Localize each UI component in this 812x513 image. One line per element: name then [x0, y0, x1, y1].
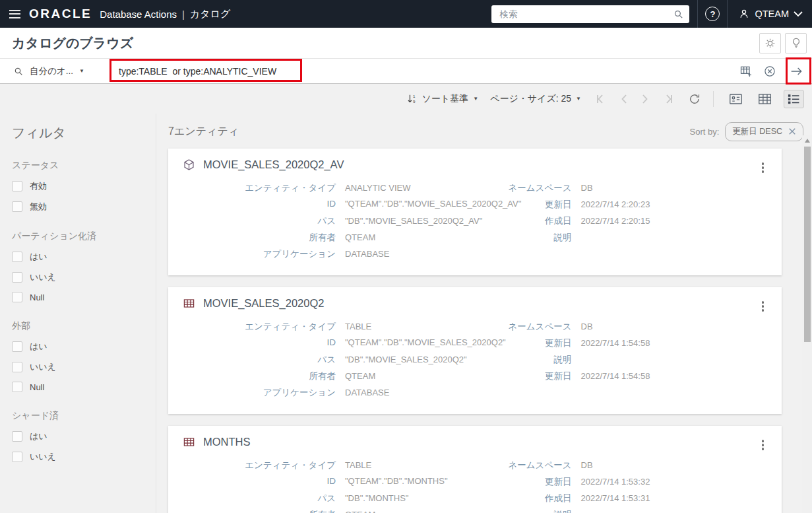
field-label: ネームスペース [493, 460, 572, 471]
filter-option-list: はい いいえ [12, 430, 156, 463]
filter-section: シャード済 はい いいえ [12, 410, 156, 463]
chevron-down-icon: ▼ [79, 69, 84, 74]
previous-page-button[interactable] [621, 94, 627, 104]
card-actions-menu[interactable] [760, 438, 766, 452]
checkbox[interactable] [12, 272, 22, 283]
list-view-button[interactable] [784, 90, 804, 108]
catalog-query-input[interactable] [119, 62, 303, 81]
entity-title[interactable]: MONTHS [203, 436, 251, 448]
entity-title[interactable]: MOVIE_SALES_2020Q2_AV [203, 158, 344, 171]
remove-sort-icon[interactable] [788, 127, 796, 135]
gear-icon [764, 37, 776, 50]
filter-option[interactable]: Null [12, 292, 156, 302]
card-actions-menu[interactable] [760, 160, 766, 175]
table-icon [183, 436, 195, 448]
entity-card: MOVIE_SALES_2020Q2 エンティティ・タイプ TABLE ID "… [168, 287, 782, 414]
results-panel: 7エンティティ Sort by: 更新日 DESC MOVIE_SALES_20… [156, 114, 812, 513]
analytic-view-cube-icon [183, 158, 195, 171]
filter-section-label: ステータス [12, 160, 156, 172]
vertical-scrollbar[interactable] [802, 135, 812, 513]
sort-menu[interactable]: 19 ソート基準 ▼ [407, 93, 479, 105]
title-separator: | [182, 9, 185, 20]
page-size-menu[interactable]: ページ・サイズ: 25 ▼ [490, 93, 581, 105]
entity-field: ネームスペース DB [493, 460, 767, 476]
filter-option[interactable]: はい [12, 430, 156, 442]
oracle-logo: ORACLE [29, 7, 92, 21]
search-icon[interactable] [673, 9, 684, 20]
filter-section: ステータス 有効 無効 [12, 160, 156, 213]
filter-option[interactable]: Null [12, 382, 156, 392]
first-page-button[interactable] [596, 94, 606, 104]
entity-fields-right: ネームスペース DB 更新日 2022/7/14 1:54:58 説明 更新日 … [493, 321, 767, 403]
field-label: ID [183, 476, 336, 486]
checkbox[interactable] [12, 201, 22, 212]
checkbox[interactable] [12, 292, 22, 302]
filter-option-label: いいえ [30, 451, 56, 463]
tips-button[interactable] [785, 33, 807, 53]
checkbox[interactable] [12, 382, 22, 392]
entity-title[interactable]: MOVIE_SALES_2020Q2 [203, 297, 324, 310]
filter-option[interactable]: いいえ [12, 361, 156, 373]
filter-option[interactable]: はい [12, 251, 156, 263]
last-page-button[interactable] [663, 94, 673, 104]
checkbox[interactable] [12, 252, 22, 262]
help-button[interactable]: ? [698, 0, 727, 28]
add-filter-button[interactable] [739, 65, 753, 78]
checkbox[interactable] [12, 181, 22, 191]
field-value: 2022/7/14 1:54:58 [581, 371, 650, 381]
filter-option[interactable]: 有効 [12, 180, 156, 192]
entity-fields-left: エンティティ・タイプ ANALYTIC VIEW ID "QTEAM"."DB"… [183, 182, 493, 265]
filters-title: フィルタ [12, 124, 156, 142]
refresh-button[interactable] [688, 92, 701, 106]
sort-chip-label: 更新日 DESC [732, 126, 782, 137]
product-title: Database Actions [100, 9, 177, 20]
checkbox[interactable] [12, 431, 22, 442]
sort-chip[interactable]: 更新日 DESC [725, 122, 803, 141]
field-value: "DB"."MOVIE_SALES_2020Q2_AV" [345, 216, 482, 226]
search-scope-dropdown[interactable]: 自分のオ... ▼ [13, 65, 109, 77]
clear-search-button[interactable] [763, 65, 776, 78]
field-label: 所有者 [183, 232, 336, 244]
next-page-button[interactable] [642, 94, 648, 104]
top-navigation-bar: ORACLE Database Actions | カタログ ? QTEAM [0, 0, 812, 28]
field-label: エンティティ・タイプ [183, 321, 336, 333]
table-icon [183, 297, 195, 310]
settings-button[interactable] [759, 33, 781, 53]
filter-option-label: 無効 [30, 201, 47, 213]
entity-field: 更新日 2022/7/14 1:54:58 [493, 337, 767, 354]
sort-direction-icon: 19 [407, 94, 418, 104]
card-actions-menu[interactable] [760, 299, 766, 314]
global-search [491, 5, 689, 23]
filter-option[interactable]: いいえ [12, 271, 156, 283]
entity-card: MONTHS エンティティ・タイプ TABLE ID "QTEAM"."DB".… [168, 426, 782, 513]
field-label: 更新日 [493, 476, 572, 488]
hamburger-menu-icon[interactable] [0, 0, 29, 28]
checkbox[interactable] [12, 362, 22, 372]
entity-field: 所有者 QTEAM [183, 370, 493, 387]
field-value: "QTEAM"."DB"."MOVIE_SALES_2020Q2" [345, 337, 506, 347]
user-icon [738, 8, 750, 20]
scrollbar-up-arrow[interactable] [805, 139, 810, 143]
field-label: 更新日 [493, 370, 572, 382]
user-menu[interactable]: QTEAM [728, 0, 812, 28]
checkbox[interactable] [12, 452, 22, 462]
global-search-input[interactable] [491, 5, 689, 23]
field-label: アプリケーション [183, 248, 336, 260]
scrollbar-thumb[interactable] [804, 147, 811, 342]
grid-view-button[interactable] [755, 90, 775, 108]
field-value: DB [581, 322, 593, 331]
filter-option[interactable]: いいえ [12, 451, 156, 463]
card-view-button[interactable] [726, 90, 746, 108]
filter-option[interactable]: 無効 [12, 201, 156, 213]
checkbox[interactable] [12, 341, 22, 352]
filter-option-label: はい [30, 251, 47, 263]
filter-option-label: いいえ [30, 271, 56, 283]
filter-option[interactable]: はい [12, 341, 156, 353]
entity-fields-left: エンティティ・タイプ TABLE ID "QTEAM"."DB"."MONTHS… [183, 460, 493, 513]
entity-field: ID "QTEAM"."DB"."MOVIE_SALES_2020Q2_AV" [183, 199, 493, 215]
field-label: ネームスペース [493, 321, 572, 333]
field-value: "QTEAM"."DB"."MONTHS" [345, 476, 448, 486]
page-title: カタログのブラウズ [12, 34, 133, 52]
catalog-search-bar: 自分のオ... ▼ [0, 58, 812, 84]
run-search-button[interactable] [787, 61, 807, 81]
